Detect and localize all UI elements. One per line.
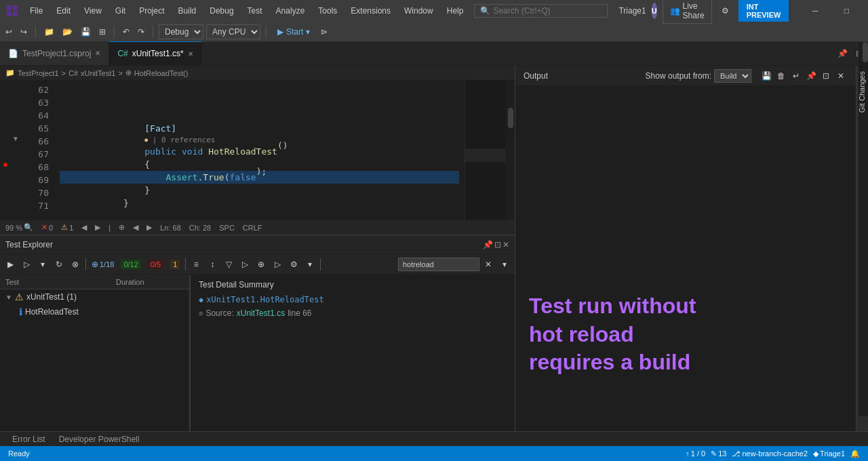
tab-xunitcs-close[interactable]: ✕ [188,50,193,58]
menu-project[interactable]: Project [134,5,170,17]
platform-select[interactable]: Any CPU [206,24,260,39]
menu-extensions[interactable]: Extensions [345,5,396,17]
nav-next-btn[interactable]: ▶ [95,223,100,232]
menu-window[interactable]: Window [399,5,439,17]
status-ready[interactable]: Ready [5,446,33,461]
output-close-btn[interactable]: ✕ [834,69,848,83]
menu-test[interactable]: Test [242,5,268,17]
zoom-icon: 🔍 [24,223,33,232]
nav-right-btn[interactable]: ▶ [146,223,152,232]
bottom-tab-errors[interactable]: Error List [5,432,52,447]
nav-left-btn[interactable]: ◀ [133,223,138,232]
restore-button[interactable]: □ [831,0,862,22]
test-child-item[interactable]: ℹ HotReloadTest [0,304,189,319]
live-share-button[interactable]: 👥 Live Share [663,0,712,24]
test-group-item[interactable]: ▼ ⚠ xUnitTest1 (1) [0,289,189,304]
start-button[interactable]: ▶ Start ▾ [272,26,315,38]
save-button[interactable]: 💾 [78,26,94,38]
test-search-options[interactable]: ▾ [497,257,512,272]
failed-count[interactable]: 0/5 [145,260,166,269]
undo-button[interactable]: ↶ [120,26,132,38]
tab-xunitcs[interactable]: C# xUnitTest1.cs* ✕ [109,41,201,65]
breadcrumb-method[interactable]: HotReloadTest() [134,69,188,77]
run-dropdown[interactable]: ▾ [35,257,50,272]
output-pin-btn[interactable]: 📌 [804,69,818,83]
search-input[interactable] [493,6,601,16]
test-search-clear[interactable]: ✕ [481,257,496,272]
save-all-button[interactable]: ⊞ [96,26,108,38]
redo-button[interactable]: ↷ [135,26,147,38]
run-playlist-button[interactable]: ▷ [270,257,285,272]
breakpoint-dot[interactable]: ● [0,158,11,171]
output-scroll-thumb[interactable] [863,42,868,62]
output-float-btn[interactable]: ⊡ [819,69,833,83]
step-over-button[interactable]: ⊳ [318,26,330,38]
tab-csproj-close[interactable]: ✕ [95,49,100,57]
run-selected-button[interactable]: ▷ [19,257,34,272]
close-button[interactable]: ✕ [862,0,868,22]
menu-analyze[interactable]: Analyze [271,5,311,17]
collapse-btn[interactable]: ▼ [11,132,20,145]
passed-count[interactable]: 0/12 [118,260,143,269]
bottom-tab-powershell[interactable]: Developer PowerShell [52,432,146,447]
playlist-button[interactable]: ▷ [237,257,252,272]
breadcrumb-class[interactable]: xUnitTest1 [81,69,115,77]
menu-view[interactable]: View [79,5,107,17]
new-project-button[interactable]: 📁 [41,26,57,38]
status-git-push[interactable]: ↑ 1 / 0 [683,446,708,461]
status-edit-count[interactable]: ✎ 13 [708,446,729,461]
goto-symbol-btn[interactable]: ⊕ [119,223,125,232]
open-button[interactable]: 📂 [60,26,75,38]
menu-debug[interactable]: Debug [204,5,239,17]
menu-edit[interactable]: Edit [51,5,76,17]
te-float-icon[interactable]: ⊡ [494,240,501,249]
status-branch[interactable]: ⎇ new-branch-cache2 [729,446,810,461]
filter-button[interactable]: ▽ [221,257,236,272]
settings-icon[interactable]: ⚙ [717,6,733,16]
add-playlist-button[interactable]: ⊕ [254,257,269,272]
sort-button[interactable]: ↕ [205,257,220,272]
test-search-input[interactable] [398,258,479,271]
editor-errors[interactable]: ✕ 0 [41,223,53,232]
run-all-button[interactable]: ▶ [3,257,18,272]
status-project[interactable]: ◆ Triage1 [810,446,848,461]
menu-build[interactable]: Build [173,5,202,17]
tab-csproj[interactable]: 📄 TestProject1.csproj ✕ [0,41,109,65]
promo-text: Test run without hot reload requires a b… [529,292,842,377]
menu-help[interactable]: Help [441,5,469,17]
output-source-select[interactable]: Build [714,69,751,83]
minimap-highlight [465,148,505,162]
pin-button[interactable]: 📌 [835,49,850,58]
output-save-btn[interactable]: 💾 [760,69,773,83]
source-file-link[interactable]: xUnitTest1.cs [237,308,285,318]
menu-tools[interactable]: Tools [313,5,342,17]
int-preview-button[interactable]: INT PREVIEW [738,0,789,22]
search-box[interactable]: 🔍 [474,4,608,18]
code-body[interactable]: [Fact] ● | 0 references public void HotR… [54,81,465,220]
zoom-level[interactable]: 99 % 🔍 [5,223,33,232]
menu-file[interactable]: File [24,5,48,17]
skipped-count[interactable]: 1 [167,260,182,269]
group-by-button[interactable]: ≡ [189,257,203,272]
te-close-icon[interactable]: ✕ [502,240,509,249]
menu-git[interactable]: Git [110,5,131,17]
nav-prev-btn[interactable]: ◀ [81,223,87,232]
cancel-button[interactable]: ⊗ [68,257,83,272]
settings-button[interactable]: ⚙ [286,257,301,272]
back-button[interactable]: ↩ [3,26,15,38]
output-wrap-btn[interactable]: ↵ [789,69,803,83]
settings-dropdown[interactable]: ▾ [302,257,317,272]
editor-warnings[interactable]: ⚠ 1 [61,223,73,232]
output-clear-btn[interactable]: 🗑 [774,69,788,83]
minimize-button[interactable]: ─ [800,0,831,22]
editor-scrollbar[interactable] [505,81,515,220]
forward-button[interactable]: ↪ [18,26,30,38]
status-bell[interactable]: 🔔 [848,446,863,461]
refresh-button[interactable]: ↻ [52,257,66,272]
git-changes-label[interactable]: Git Changes [856,66,868,118]
breadcrumb-project[interactable]: TestProject1 [18,69,59,77]
total-count[interactable]: ⊕ 1/18 [89,260,117,269]
debug-config-select[interactable]: Debug [159,24,203,39]
scroll-thumb[interactable] [508,108,513,128]
te-pin-icon[interactable]: 📌 [483,240,493,249]
